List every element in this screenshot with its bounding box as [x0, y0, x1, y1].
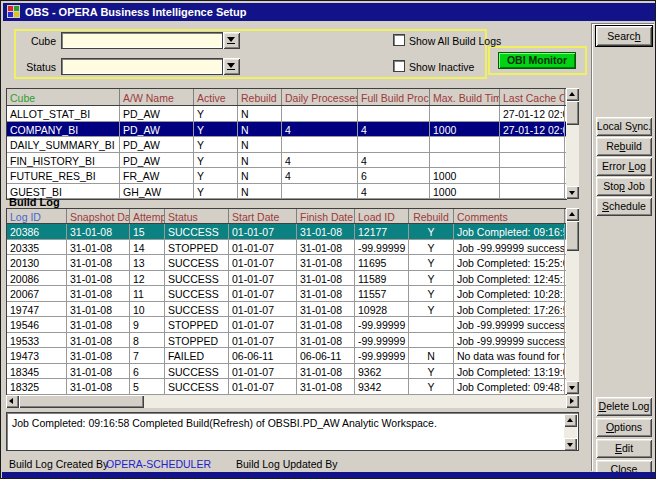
- table-cell: [500, 137, 565, 152]
- table-cell: N: [238, 153, 282, 168]
- table-cell: 31-01-08: [297, 302, 355, 317]
- error-log-button[interactable]: Error Log: [596, 157, 652, 176]
- cube-input[interactable]: [61, 32, 223, 49]
- table-row[interactable]: 2033531-01-0814STOPPED01-01-0731-01-08-9…: [7, 240, 566, 256]
- table-row[interactable]: 2006731-01-0811SUCCESS01-01-0731-01-0811…: [7, 286, 566, 302]
- table-row[interactable]: FIN_HISTORY_BIPD_AWYN44: [7, 153, 566, 169]
- table-cell: 20130: [7, 255, 67, 270]
- scroll-right-button[interactable]: [566, 395, 579, 408]
- table-cell: Y: [194, 153, 238, 168]
- table-row[interactable]: DAILY_SUMMARY_BIPD_AWYN: [7, 137, 566, 153]
- scrollbar-thumb[interactable]: [566, 101, 579, 125]
- table-cell: 31-01-08: [297, 333, 355, 348]
- table-row[interactable]: 1832531-01-085SUCCESS01-01-0731-01-08934…: [7, 379, 566, 395]
- scrollbar-thumb[interactable]: [566, 221, 579, 251]
- table-row[interactable]: FUTURE_RES_BIFR_AWYN461000: [7, 168, 566, 184]
- rebuild-button[interactable]: Rebuild: [596, 137, 652, 156]
- column-header: Snapshot Date: [67, 209, 130, 223]
- table-cell: -99.99999: [355, 333, 409, 348]
- table-cell: 20086: [7, 271, 67, 286]
- updated-by-label: Build Log Updated By: [236, 458, 338, 470]
- table-row[interactable]: ALLOT_STAT_BIPD_AWYN27-01-12 02:05 PM: [7, 106, 566, 122]
- table-cell: 14: [130, 240, 165, 255]
- local-sync-button[interactable]: Local Sync.: [596, 117, 652, 136]
- table-cell: Y: [409, 271, 454, 286]
- column-header: Start Date: [229, 209, 297, 223]
- table-row[interactable]: 2038631-01-0815SUCCESS01-01-0731-01-0812…: [7, 224, 566, 240]
- comment-message-box[interactable]: Job Completed: 09:16:58 Completed Build(…: [6, 412, 579, 451]
- build-log-hscrollbar[interactable]: [6, 395, 579, 408]
- edit-button[interactable]: Edit: [596, 439, 652, 458]
- search-button[interactable]: Search: [596, 26, 652, 46]
- table-cell: Job Completed: 09:48:11 C: [454, 379, 565, 394]
- table-row[interactable]: 1834531-01-086SUCCESS01-01-0731-01-08936…: [7, 364, 566, 380]
- scroll-up-button[interactable]: [566, 88, 579, 101]
- table-row[interactable]: 1954631-01-089STOPPED01-01-0731-01-08-99…: [7, 317, 566, 333]
- scroll-down-button[interactable]: [566, 381, 579, 394]
- schedule-button[interactable]: Schedule: [596, 197, 652, 216]
- table-cell: Job Completed: 13:19:01 C: [454, 364, 565, 379]
- scroll-down-button[interactable]: [566, 186, 579, 199]
- column-header: Status: [165, 209, 229, 223]
- comment-text: Job Completed: 09:16:58 Completed Build(…: [12, 417, 437, 429]
- table-cell: SUCCESS: [165, 364, 229, 379]
- table-row[interactable]: COMPANY_BIPD_AWYN44100027-01-12 02:05 PM: [7, 122, 566, 138]
- cube-table: CubeA/W NameActiveRebuildDaily Processes…: [6, 88, 567, 200]
- message-box-scrollbar[interactable]: [564, 414, 577, 451]
- table-cell: Y: [409, 240, 454, 255]
- table-cell: FAILED: [165, 348, 229, 363]
- cube-dropdown-button[interactable]: [223, 32, 240, 49]
- table-cell: STOPPED: [165, 333, 229, 348]
- table-row[interactable]: 2013031-01-0813SUCCESS01-01-0731-01-0811…: [7, 255, 566, 271]
- column-header: Comments: [454, 209, 565, 223]
- table-cell: Job Completed: 10:28:10 C: [454, 286, 565, 301]
- status-dropdown-button[interactable]: [223, 58, 240, 75]
- table-cell: N: [238, 106, 282, 121]
- table-cell: N: [238, 122, 282, 137]
- obi-monitor-button[interactable]: OBI Monitor: [498, 52, 576, 69]
- table-cell: 01-01-07: [229, 302, 297, 317]
- table-cell: PD_AW: [120, 122, 194, 137]
- table-cell: [282, 137, 358, 152]
- table-cell: [500, 184, 565, 199]
- table-cell: Job Completed: 12:45:17 C: [454, 271, 565, 286]
- table-cell: [282, 184, 358, 199]
- table-cell: 12177: [355, 224, 409, 239]
- arrow-right-icon: [570, 398, 574, 404]
- table-cell: 31-01-08: [297, 364, 355, 379]
- arrow-down-icon: [569, 191, 575, 195]
- scroll-up-button[interactable]: [564, 414, 577, 427]
- cube-table-scrollbar[interactable]: [566, 88, 579, 199]
- show-inactive-checkbox[interactable]: [393, 60, 405, 72]
- table-cell: Job Completed: 17:26:57 C: [454, 302, 565, 317]
- table-row[interactable]: 1947331-01-087FAILED06-06-1106-06-11-99.…: [7, 348, 566, 364]
- table-row[interactable]: 2008631-01-0812SUCCESS01-01-0731-01-0811…: [7, 271, 566, 287]
- table-cell: 01-01-07: [229, 379, 297, 394]
- table-row[interactable]: 1974731-01-0810SUCCESS01-01-0731-01-0810…: [7, 302, 566, 318]
- scroll-left-button[interactable]: [6, 395, 19, 408]
- table-cell: 27-01-12 02:05 PM: [500, 106, 565, 121]
- scrollbar-thumb[interactable]: [19, 395, 144, 408]
- table-header-row: Log IDSnapshot DateAttemptStatusStart Da…: [7, 209, 566, 224]
- table-cell: Y: [194, 122, 238, 137]
- table-cell: SUCCESS: [165, 255, 229, 270]
- show-all-build-logs-checkbox[interactable]: [393, 34, 405, 46]
- table-cell: SUCCESS: [165, 302, 229, 317]
- column-header: Log ID: [7, 209, 67, 223]
- column-header: Finish Date: [297, 209, 355, 223]
- table-cell: 18325: [7, 379, 67, 394]
- table-cell: PD_AW: [120, 137, 194, 152]
- table-cell: No data was found for the s: [454, 348, 565, 363]
- status-input[interactable]: [61, 58, 223, 75]
- stop-job-button[interactable]: Stop Job: [596, 177, 652, 196]
- scroll-up-button[interactable]: [566, 208, 579, 221]
- delete-log-button[interactable]: Delete Log: [596, 397, 652, 416]
- table-row[interactable]: 1953331-01-088STOPPED01-01-0731-01-08-99…: [7, 333, 566, 349]
- options-button[interactable]: Options: [596, 418, 652, 437]
- table-cell: 10928: [355, 302, 409, 317]
- table-cell: Job -99.99999 successfully: [454, 333, 565, 348]
- created-by-value: OPERA-SCHEDULER: [106, 458, 211, 470]
- table-row[interactable]: GUEST_BIGH_AWYN41000: [7, 184, 566, 200]
- build-log-scrollbar[interactable]: [566, 208, 579, 394]
- scroll-down-button[interactable]: [564, 438, 577, 451]
